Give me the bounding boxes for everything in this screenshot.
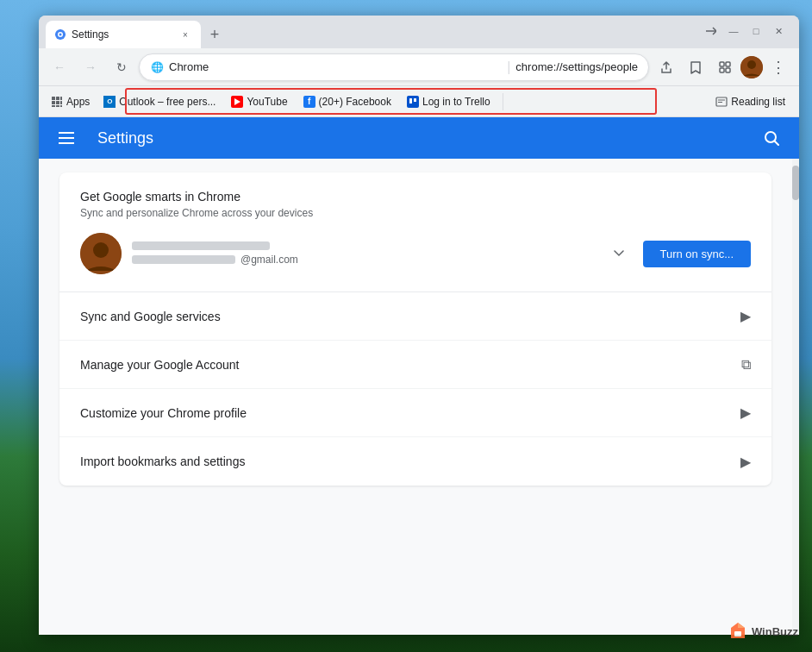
- watermark-text: WinBuzz: [752, 625, 798, 638]
- reading-list-button[interactable]: Reading list: [709, 93, 792, 110]
- customize-profile-arrow: ▶: [740, 404, 751, 421]
- account-dropdown-button[interactable]: [605, 240, 633, 267]
- customize-profile-item[interactable]: Customize your Chrome profile ▶: [59, 389, 771, 437]
- window-minimize-button[interactable]: —: [723, 21, 744, 41]
- active-tab[interactable]: Settings ×: [46, 21, 201, 48]
- svg-rect-18: [56, 101, 59, 104]
- sync-intro-section: Get Google smarts in Chrome Sync and per…: [59, 172, 771, 292]
- tab-close-button[interactable]: ×: [178, 28, 192, 41]
- settings-body: Get Google smarts in Chrome Sync and per…: [39, 159, 799, 635]
- svg-rect-15: [56, 97, 59, 100]
- tab-title: Settings: [72, 28, 173, 41]
- svg-rect-24: [414, 98, 416, 102]
- address-bar[interactable]: 🌐 Chrome | chrome://settings/people: [139, 53, 649, 81]
- svg-point-34: [93, 242, 109, 258]
- name-blur-line-2: [132, 255, 235, 264]
- browser-window: Settings × + — □ ✕: [39, 16, 799, 635]
- profile-avatar[interactable]: [740, 56, 763, 78]
- address-divider: |: [507, 60, 510, 75]
- svg-point-13: [747, 60, 756, 69]
- settings-search-button[interactable]: [758, 124, 785, 152]
- back-button[interactable]: ←: [46, 53, 73, 81]
- settings-page-title: Settings: [97, 129, 740, 147]
- forward-button[interactable]: →: [77, 53, 104, 81]
- customize-profile-label: Customize your Chrome profile: [80, 406, 740, 420]
- bookmarks-bar: Apps O Outlook – free pers... YouTube f …: [39, 86, 799, 117]
- window-maximize-button[interactable]: □: [746, 21, 766, 41]
- bookmark-trello[interactable]: Log in to Trello: [400, 93, 497, 110]
- youtube-label: YouTube: [247, 96, 287, 108]
- settings-main-content: Get Google smarts in Chrome Sync and per…: [39, 159, 792, 635]
- svg-rect-14: [52, 97, 55, 100]
- window-minimize-dropdown[interactable]: [701, 21, 721, 41]
- svg-line-32: [775, 141, 779, 146]
- svg-rect-37: [734, 631, 741, 636]
- trello-favicon: [407, 96, 419, 108]
- svg-rect-22: [60, 105, 62, 107]
- toolbar-action-icons: ⋮: [653, 53, 792, 81]
- manage-account-external-icon: ⧉: [741, 357, 751, 373]
- apps-button[interactable]: Apps: [46, 93, 95, 110]
- sync-services-arrow: ▶: [740, 308, 751, 324]
- bookmark-facebook[interactable]: f (20+) Facebook: [297, 93, 398, 110]
- sync-services-label: Sync and Google services: [80, 310, 740, 323]
- share-button[interactable]: [653, 53, 680, 81]
- svg-rect-9: [726, 62, 730, 66]
- bookmark-youtube[interactable]: YouTube: [224, 93, 294, 110]
- outlook-label: Outlook – free pers...: [119, 96, 215, 108]
- winbuzz-watermark: WinBuzz: [728, 621, 798, 642]
- extensions-button[interactable]: [711, 53, 739, 81]
- youtube-favicon: [231, 96, 243, 108]
- svg-rect-8: [720, 62, 724, 66]
- tab-strip: Settings × +: [46, 21, 701, 48]
- new-tab-button[interactable]: +: [203, 22, 227, 47]
- svg-rect-11: [726, 68, 730, 72]
- turn-on-sync-button[interactable]: Turn on sync...: [643, 241, 752, 267]
- tab-favicon: [54, 28, 66, 41]
- reload-button[interactable]: ↻: [108, 53, 135, 81]
- svg-rect-16: [60, 97, 62, 100]
- title-bar: Settings × + — □ ✕: [39, 16, 799, 48]
- address-url: chrome://settings/people: [515, 60, 638, 73]
- apps-label: Apps: [66, 96, 90, 108]
- svg-point-2: [59, 34, 62, 36]
- site-security-icon: 🌐: [150, 60, 164, 74]
- manage-google-account-item[interactable]: Manage your Google Account ⧉: [59, 341, 771, 389]
- import-bookmarks-label: Import bookmarks and settings: [80, 455, 740, 468]
- account-info: @gmail.com: [132, 240, 633, 267]
- sidebar-toggle-button[interactable]: [53, 124, 80, 152]
- name-blur-line-1: [132, 241, 270, 250]
- svg-rect-23: [409, 98, 412, 103]
- account-row: @gmail.com Turn on sync...: [80, 233, 751, 274]
- svg-rect-20: [52, 105, 55, 107]
- svg-rect-19: [60, 101, 62, 104]
- sync-subtitle: Sync and personalize Chrome across your …: [80, 207, 751, 219]
- page-content: Settings Get Google smarts in Chrome Syn…: [39, 117, 799, 635]
- bookmark-outlook[interactable]: O Outlook – free pers...: [97, 93, 222, 110]
- settings-header: Settings: [39, 117, 799, 159]
- sync-title: Get Google smarts in Chrome: [80, 190, 751, 204]
- trello-label: Log in to Trello: [422, 96, 490, 108]
- svg-marker-36: [738, 623, 745, 628]
- manage-account-label: Manage your Google Account: [80, 358, 741, 372]
- account-email: @gmail.com: [240, 254, 298, 266]
- window-close-button[interactable]: ✕: [768, 21, 789, 41]
- bookmark-button[interactable]: [682, 53, 709, 81]
- account-name-blurred: @gmail.com: [132, 241, 591, 266]
- import-bookmarks-arrow: ▶: [740, 454, 751, 470]
- import-bookmarks-item[interactable]: Import bookmarks and settings ▶: [59, 437, 771, 486]
- account-avatar: [80, 233, 122, 274]
- sync-google-services-item[interactable]: Sync and Google services ▶: [59, 292, 771, 341]
- scrollbar-track[interactable]: [792, 159, 799, 635]
- scrollbar-thumb[interactable]: [792, 166, 799, 200]
- chrome-menu-button[interactable]: ⋮: [765, 53, 792, 81]
- svg-rect-21: [56, 105, 59, 107]
- people-settings-card: Get Google smarts in Chrome Sync and per…: [59, 172, 771, 486]
- browser-toolbar: ← → ↻ 🌐 Chrome | chrome://settings/peopl…: [39, 48, 799, 86]
- facebook-label: (20+) Facebook: [319, 96, 391, 108]
- facebook-favicon: f: [303, 96, 315, 108]
- window-controls: — □ ✕: [701, 21, 792, 48]
- outlook-favicon: O: [103, 96, 116, 108]
- svg-rect-17: [52, 101, 55, 104]
- reading-list-label: Reading list: [731, 96, 785, 108]
